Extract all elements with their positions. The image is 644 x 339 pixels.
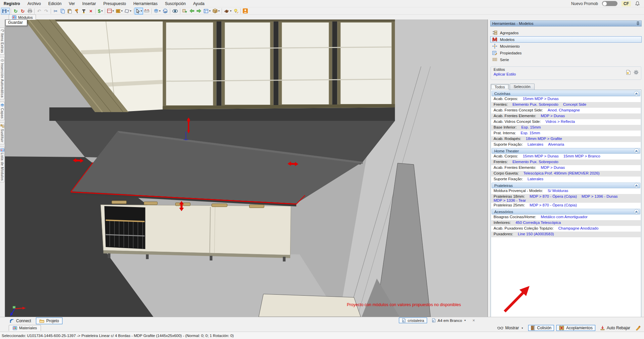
- sidebar-tab-lista-de-modulos[interactable]: Lista de Módulos: [0, 147, 5, 183]
- toolbar-button-measure[interactable]: [143, 8, 150, 14]
- toolbar-button-build[interactable]: [73, 8, 80, 14]
- dropdown-caret-icon[interactable]: ▾: [218, 9, 220, 12]
- toolbar-button-sync-green[interactable]: ↻: [12, 8, 19, 14]
- toolbar-button-nav-forward[interactable]: [195, 8, 202, 14]
- style-value-link[interactable]: Champagne Anodizado: [558, 226, 599, 230]
- toolbar-button-render[interactable]: ▾: [223, 8, 232, 14]
- panel-nav-agregados[interactable]: Agregados: [490, 30, 642, 36]
- section-header-acessorios[interactable]: Acessórios: [492, 209, 640, 214]
- panel-nav-serie[interactable]: Serie: [490, 56, 642, 63]
- style-value-link[interactable]: Concept Side: [563, 102, 586, 106]
- toolbar-button-layers[interactable]: ▾: [153, 8, 162, 14]
- toolbar-button-sync-red[interactable]: ↻: [19, 8, 26, 14]
- style-value-link[interactable]: Metálico com Amortiguador: [541, 215, 588, 219]
- toolbar-button-redo[interactable]: ↷: [43, 8, 50, 14]
- menu-item-registro[interactable]: Registro: [0, 0, 24, 7]
- toolbar-button-budget[interactable]: $▾: [97, 8, 104, 14]
- toolbar-button-select[interactable]: ▾: [135, 8, 143, 14]
- doc-tab-a4-em-branco[interactable]: A4 em Branco▾: [429, 318, 469, 323]
- style-value-link[interactable]: Telescópica Prof. 490mm (REMOVER 2026): [523, 171, 600, 175]
- toolbar-button-room-view[interactable]: ▾: [202, 8, 212, 14]
- toolbar-button-box-view[interactable]: ▾: [212, 8, 221, 14]
- sidebar-tab-sustituir[interactable]: Sustituir: [0, 123, 5, 144]
- style-value-link[interactable]: Esp. 15mm: [521, 125, 541, 129]
- pin-icon[interactable]: [636, 21, 640, 26]
- chevron-up-icon[interactable]: [634, 183, 639, 188]
- style-value-link[interactable]: Elemento Pux. Sobreposto: [512, 160, 558, 164]
- dropdown-caret-icon[interactable]: ▾: [7, 9, 9, 12]
- bottom-button-colision[interactable]: Colisión: [528, 325, 554, 331]
- toolbar-button-undo[interactable]: ↶: [36, 8, 43, 14]
- panel-nav-movimiento[interactable]: Movimiento: [490, 43, 642, 49]
- tab-materiales[interactable]: Materiales: [9, 325, 41, 331]
- chevron-up-icon[interactable]: [634, 209, 639, 214]
- style-value-link[interactable]: Laterales: [527, 142, 543, 146]
- dropdown-caret-icon[interactable]: ▾: [121, 9, 123, 12]
- style-value-link[interactable]: 15mm MDP > Dunas: [523, 154, 559, 158]
- menu-item-edicion[interactable]: Edición: [45, 0, 65, 7]
- style-value-link[interactable]: 18mm MDP > Grafite: [526, 137, 562, 141]
- toolbar-button-visibility[interactable]: [171, 8, 179, 14]
- dropdown-caret-icon[interactable]: ▾: [112, 9, 114, 12]
- spray-icon[interactable]: [635, 326, 641, 331]
- new-style-icon[interactable]: [626, 70, 631, 75]
- style-value-link[interactable]: MDP > 870 - Ópera (Cópia): [530, 203, 577, 207]
- bottom-button-auto-rebajar[interactable]: Auto Rebajar: [598, 325, 633, 331]
- style-value-link[interactable]: Esp. 15mm: [520, 131, 540, 135]
- style-value-link[interactable]: MDP > Dunas: [541, 165, 565, 170]
- dropdown-caret-icon[interactable]: ▾: [141, 9, 142, 12]
- menu-item-archivo[interactable]: Archivo: [24, 0, 45, 7]
- toolbar-button-paste[interactable]: [66, 8, 73, 14]
- style-value-link[interactable]: Line 150 (A0003583): [518, 232, 554, 236]
- apply-style-link[interactable]: Aplicar Estilo: [494, 72, 516, 76]
- dropdown-caret-icon[interactable]: ▾: [230, 9, 231, 12]
- menu-item-suscripcion[interactable]: Suscripción: [161, 0, 189, 7]
- menu-item-ver[interactable]: Ver: [65, 0, 79, 7]
- panel-nav-propiedades[interactable]: Propiedades: [490, 50, 642, 56]
- dropdown-caret-icon[interactable]: ▾: [101, 9, 103, 12]
- style-value-link[interactable]: S/ Molduras: [548, 189, 568, 193]
- style-value-link[interactable]: Laterales: [527, 177, 543, 181]
- tab-seleccion[interactable]: Selección: [510, 84, 535, 90]
- style-value-link[interactable]: Vidros > Reflecta: [545, 119, 575, 124]
- bottom-button-acoplamientos[interactable]: Acoplamientos: [556, 325, 595, 331]
- toolbar-button-save[interactable]: ▾: [1, 8, 10, 14]
- bottom-tab-connect[interactable]: Connect: [6, 318, 35, 324]
- toolbar-button-cut[interactable]: ✂: [52, 8, 59, 14]
- doc-tab-cristaleira[interactable]: cristaleira: [399, 318, 427, 323]
- tab-todos[interactable]: Todos: [491, 84, 509, 90]
- bell-icon[interactable]: [635, 1, 640, 6]
- toolbar-button-insert-module[interactable]: [181, 8, 188, 14]
- style-value-link[interactable]: MDP > 1396 - Dunas: [582, 194, 618, 198]
- dropdown-caret-icon[interactable]: ▾: [159, 9, 160, 12]
- chevron-up-icon[interactable]: [634, 91, 639, 96]
- close-document-icon[interactable]: ×: [470, 318, 477, 323]
- tab-modulos[interactable]: Módulos: [9, 14, 36, 20]
- menu-item-insertar[interactable]: Insertar: [79, 0, 100, 7]
- style-value-link[interactable]: Alvenaria: [548, 142, 564, 146]
- style-value-link[interactable]: Anod. Champagne: [548, 108, 580, 112]
- section-header-home-theater[interactable]: Home Theater: [492, 148, 640, 154]
- gear-icon[interactable]: [634, 70, 639, 75]
- sidebar-tab-itens-extras[interactable]: Itens Extras: [0, 28, 5, 55]
- toolbar-button-view-3d[interactable]: 3D: [162, 8, 169, 14]
- toolbar-button-environment[interactable]: ▾: [106, 8, 115, 14]
- dropdown-caret-icon[interactable]: ▾: [522, 327, 523, 330]
- new-promob-toggle[interactable]: [602, 1, 617, 6]
- style-value-link[interactable]: Elemento Pux. Sobreposto: [512, 102, 558, 106]
- toolbar-button-delete[interactable]: ×: [87, 8, 94, 14]
- toolbar-button-walls[interactable]: ▾: [115, 8, 124, 14]
- menu-item-presupuesto[interactable]: Presupuesto: [100, 0, 130, 7]
- chevron-up-icon[interactable]: [634, 148, 639, 153]
- style-value-link[interactable]: MDP > Dunas: [541, 114, 565, 118]
- style-value-link[interactable]: MDP > 870 - Ópera (Cópia): [530, 194, 577, 198]
- viewport-3d[interactable]: Proyecto con módulos con valores propues…: [5, 19, 488, 317]
- menu-item-ayuda[interactable]: Ayuda: [189, 0, 208, 7]
- style-value-link[interactable]: MDP > 1336 - Tear: [494, 198, 526, 202]
- style-value-link[interactable]: 15mm MDP > Branco: [563, 154, 600, 158]
- toolbar-button-print[interactable]: [26, 8, 33, 14]
- dropdown-caret-icon[interactable]: ▾: [130, 9, 131, 12]
- sidebar-tab-capas[interactable]: Capas: [0, 102, 5, 120]
- scene-base-cabinets[interactable]: [101, 205, 291, 261]
- toolbar-button-nav-back[interactable]: [188, 8, 195, 14]
